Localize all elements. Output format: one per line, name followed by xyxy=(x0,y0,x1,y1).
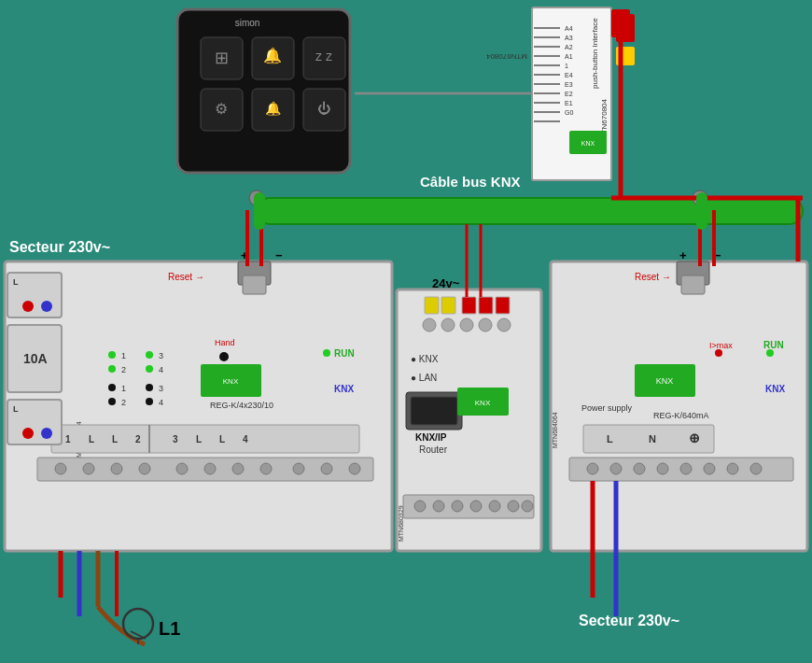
svg-text:⊕: ⊕ xyxy=(689,430,700,445)
svg-text:1: 1 xyxy=(565,63,568,69)
svg-text:⏻: ⏻ xyxy=(317,101,330,116)
svg-text:24v~: 24v~ xyxy=(432,276,460,290)
svg-point-98 xyxy=(22,301,34,312)
svg-text:I>max: I>max xyxy=(709,341,733,350)
svg-point-58 xyxy=(108,384,116,391)
svg-point-140 xyxy=(489,501,500,512)
svg-point-89 xyxy=(176,463,188,474)
svg-point-138 xyxy=(452,501,463,512)
svg-text:2: 2 xyxy=(135,434,141,444)
svg-text:E4: E4 xyxy=(565,72,573,78)
svg-point-141 xyxy=(508,501,519,512)
svg-text:KNX: KNX xyxy=(656,376,674,386)
svg-text:3: 3 xyxy=(159,351,163,360)
svg-text:push-button Interface: push-button Interface xyxy=(591,18,599,89)
svg-text:4: 4 xyxy=(243,434,248,444)
svg-text:L: L xyxy=(219,434,225,444)
svg-text:REG-K/4x230/10: REG-K/4x230/10 xyxy=(210,401,273,410)
svg-text:⊞: ⊞ xyxy=(215,49,229,67)
svg-point-90 xyxy=(204,463,216,474)
svg-text:● KNX: ● KNX xyxy=(411,354,439,364)
svg-text:E3: E3 xyxy=(565,81,573,88)
svg-point-88 xyxy=(139,463,150,474)
svg-point-125 xyxy=(479,318,492,332)
svg-text:Hand: Hand xyxy=(215,338,235,347)
svg-text:3: 3 xyxy=(159,384,163,393)
svg-text:🔔: 🔔 xyxy=(263,47,282,64)
svg-rect-130 xyxy=(411,397,457,425)
svg-point-170 xyxy=(727,463,738,474)
svg-point-166 xyxy=(634,463,645,474)
svg-text:KNX: KNX xyxy=(223,377,239,386)
svg-text:MTN670804: MTN670804 xyxy=(485,52,527,61)
svg-rect-119 xyxy=(462,297,476,314)
svg-text:A1: A1 xyxy=(565,53,573,60)
svg-text:KNX/IP: KNX/IP xyxy=(415,432,447,443)
svg-rect-74 xyxy=(51,425,359,453)
svg-text:4: 4 xyxy=(159,398,163,407)
svg-text:−: − xyxy=(275,248,283,262)
svg-text:2: 2 xyxy=(121,398,126,407)
svg-text:RUN: RUN xyxy=(763,340,784,350)
svg-text:⚙: ⚙ xyxy=(215,101,228,117)
svg-point-126 xyxy=(497,318,511,332)
svg-rect-117 xyxy=(425,297,439,314)
svg-text:🔔: 🔔 xyxy=(265,101,282,117)
svg-text:4: 4 xyxy=(159,365,163,374)
svg-text:L: L xyxy=(89,434,94,444)
svg-text:A2: A2 xyxy=(565,44,573,50)
svg-point-168 xyxy=(680,463,692,474)
svg-text:L: L xyxy=(607,433,613,444)
svg-point-54 xyxy=(108,365,116,373)
svg-text:+: + xyxy=(679,248,687,262)
svg-text:N: N xyxy=(649,433,656,444)
svg-text:KNX: KNX xyxy=(581,140,595,147)
svg-text:MTN684064: MTN684064 xyxy=(552,412,558,448)
simon-label: simon xyxy=(235,18,260,28)
svg-point-139 xyxy=(470,501,482,512)
svg-point-137 xyxy=(433,501,444,512)
svg-point-150 xyxy=(715,349,722,357)
svg-point-94 xyxy=(321,463,332,474)
svg-point-93 xyxy=(293,463,304,474)
svg-point-136 xyxy=(414,501,426,512)
svg-point-105 xyxy=(41,428,52,439)
svg-point-86 xyxy=(83,463,94,474)
svg-rect-44 xyxy=(5,261,392,551)
svg-text:L1: L1 xyxy=(159,618,180,639)
svg-point-169 xyxy=(704,463,715,474)
svg-rect-120 xyxy=(479,297,493,314)
svg-point-152 xyxy=(766,349,774,357)
svg-text:RUN: RUN xyxy=(334,348,355,359)
svg-text:L: L xyxy=(196,434,202,444)
svg-point-67 xyxy=(219,352,229,361)
svg-rect-121 xyxy=(496,297,510,314)
svg-text:L: L xyxy=(112,434,118,444)
svg-text:10A: 10A xyxy=(23,351,48,366)
svg-point-70 xyxy=(323,349,330,357)
svg-text:L: L xyxy=(13,277,19,287)
svg-point-60 xyxy=(146,384,153,391)
svg-point-171 xyxy=(750,463,762,474)
svg-point-142 xyxy=(522,501,533,512)
svg-text:● LAN: ● LAN xyxy=(411,373,437,383)
reset-label-left: Reset → xyxy=(168,272,204,282)
svg-text:E1: E1 xyxy=(565,100,573,106)
svg-text:1: 1 xyxy=(65,434,71,444)
svg-point-50 xyxy=(108,351,116,359)
svg-point-64 xyxy=(146,398,153,405)
svg-text:Power supply: Power supply xyxy=(581,403,633,413)
svg-rect-118 xyxy=(441,297,455,314)
svg-text:KNX: KNX xyxy=(475,399,491,407)
svg-text:Secteur 230v~: Secteur 230v~ xyxy=(579,613,679,628)
svg-point-123 xyxy=(441,318,455,332)
svg-text:z z: z z xyxy=(315,49,332,63)
svg-rect-42 xyxy=(257,198,803,224)
svg-point-52 xyxy=(146,351,153,359)
wiring-diagram: simon ⊞ 🔔 z z ⚙ 🔔 ⏻ A4 A3 A2 A1 1 E4 E3 … xyxy=(0,0,812,663)
svg-point-124 xyxy=(460,318,473,332)
knx-bus-label: Câble bus KNX xyxy=(420,174,521,190)
svg-text:KNX: KNX xyxy=(765,384,785,394)
svg-point-104 xyxy=(22,428,34,439)
svg-point-62 xyxy=(108,398,116,405)
